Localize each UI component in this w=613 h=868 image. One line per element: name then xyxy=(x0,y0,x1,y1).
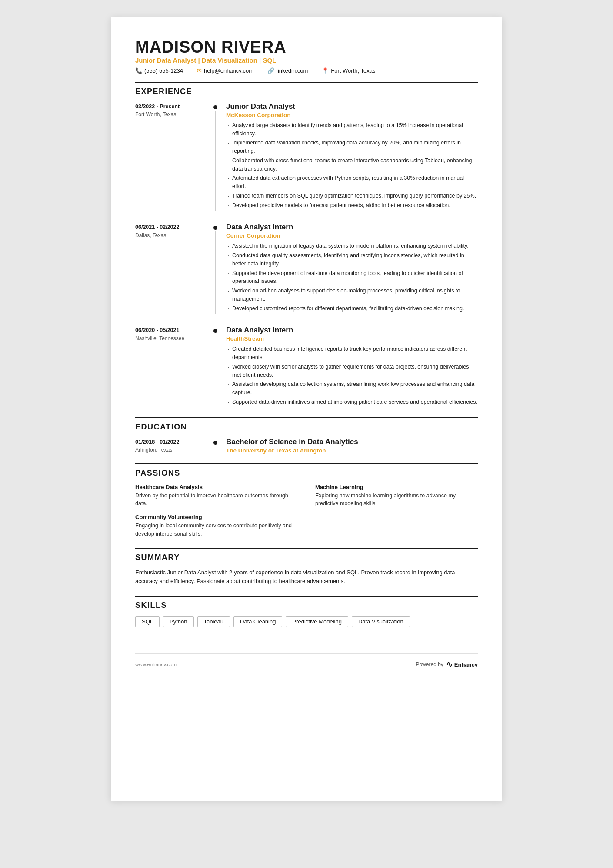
experience-section: EXPERIENCE 03/2022 - Present Fort Worth,… xyxy=(135,82,478,408)
exp-company: Cerner Corporation xyxy=(226,232,478,239)
education-item: 01/2018 - 01/2022 Arlington, Texas Bache… xyxy=(135,438,478,454)
exp-location: Dallas, Texas xyxy=(135,232,207,238)
exp-job-title: Data Analyst Intern xyxy=(226,326,478,335)
exp-dot xyxy=(213,105,217,109)
exp-dot xyxy=(213,329,217,333)
exp-location: Fort Worth, Texas xyxy=(135,111,207,117)
edu-degree: Bachelor of Science in Data Analytics xyxy=(226,438,478,446)
exp-bullet: Analyzed large datasets to identify tren… xyxy=(226,121,478,138)
resume-page: MADISON RIVERA Junior Data Analyst | Dat… xyxy=(111,17,502,801)
experience-title: EXPERIENCE xyxy=(135,87,478,96)
linkedin-contact: 🔗 linkedin.com xyxy=(267,67,308,74)
exp-bullet: Worked on ad-hoc analyses to support dec… xyxy=(226,287,478,303)
experience-item: 03/2022 - Present Fort Worth, Texas Juni… xyxy=(135,102,478,211)
summary-title: SUMMARY xyxy=(135,553,478,562)
passion-item: Machine Learning Exploring new machine l… xyxy=(315,484,478,508)
exp-right: Data Analyst Intern Cerner Corporation A… xyxy=(219,223,478,314)
email-address: help@enhancv.com xyxy=(204,67,253,74)
phone-contact: 📞 (555) 555-1234 xyxy=(135,67,183,74)
linkedin-url: linkedin.com xyxy=(277,67,308,74)
contact-info: 📞 (555) 555-1234 ✉ help@enhancv.com 🔗 li… xyxy=(135,67,478,74)
exp-left: 06/2020 - 05/2021 Nashville, Tennessee xyxy=(135,326,211,407)
exp-left: 03/2022 - Present Fort Worth, Texas xyxy=(135,102,211,211)
edu-location: Arlington, Texas xyxy=(135,447,207,453)
exp-right: Junior Data Analyst McKesson Corporation… xyxy=(219,102,478,211)
phone-number: (555) 555-1234 xyxy=(144,67,183,74)
passion-description: Exploring new machine learning algorithm… xyxy=(315,492,478,508)
education-section: EDUCATION 01/2018 - 01/2022 Arlington, T… xyxy=(135,417,478,454)
experience-list: 03/2022 - Present Fort Worth, Texas Juni… xyxy=(135,102,478,408)
footer-website: www.enhancv.com xyxy=(135,662,177,667)
exp-location: Nashville, Tennessee xyxy=(135,335,207,342)
location-icon: 📍 xyxy=(322,67,329,74)
passion-title: Machine Learning xyxy=(315,484,478,490)
resume-header: MADISON RIVERA Junior Data Analyst | Dat… xyxy=(135,38,478,74)
exp-bullet: Implemented data validation checks, impr… xyxy=(226,139,478,155)
skill-tag: SQL xyxy=(135,616,160,627)
summary-text: Enthusiastic Junior Data Analyst with 2 … xyxy=(135,568,478,586)
exp-bullet: Developed customized reports for differe… xyxy=(226,305,478,313)
skill-tag: Predictive Modeling xyxy=(286,616,348,627)
exp-bullet: Supported data-driven initiatives aimed … xyxy=(226,398,478,406)
exp-left: 06/2021 - 02/2022 Dallas, Texas xyxy=(135,223,211,314)
skills-title: SKILLS xyxy=(135,601,478,610)
exp-dot xyxy=(213,226,217,230)
skill-tag: Data Visualization xyxy=(352,616,410,627)
phone-icon: 📞 xyxy=(135,67,142,74)
exp-bullet: Trained team members on SQL query optimi… xyxy=(226,192,478,200)
page-footer: www.enhancv.com Powered by ∿ Enhancv xyxy=(135,653,478,669)
passion-item: Community Volunteering Engaging in local… xyxy=(135,514,298,538)
edu-date: 01/2018 - 01/2022 xyxy=(135,439,207,446)
skill-tag: Data Cleaning xyxy=(233,616,282,627)
exp-bullets: Created detailed business intelligence r… xyxy=(226,345,478,406)
exp-bullet: Collaborated with cross-functional teams… xyxy=(226,157,478,173)
summary-section: SUMMARY Enthusiastic Junior Data Analyst… xyxy=(135,548,478,586)
candidate-subtitle: Junior Data Analyst | Data Visualization… xyxy=(135,57,478,64)
edu-left: 01/2018 - 01/2022 Arlington, Texas xyxy=(135,438,211,454)
exp-bullet: Assisted in the migration of legacy data… xyxy=(226,242,478,250)
skill-tag: Tableau xyxy=(197,616,230,627)
passions-section: PASSIONS Healthcare Data Analysis Driven… xyxy=(135,463,478,538)
exp-bullet: Assisted in developing data collection s… xyxy=(226,380,478,397)
candidate-name: MADISON RIVERA xyxy=(135,38,478,57)
enhancv-logo: ∿ Enhancv xyxy=(446,660,478,669)
experience-item: 06/2021 - 02/2022 Dallas, Texas Data Ana… xyxy=(135,223,478,314)
email-contact: ✉ help@enhancv.com xyxy=(197,67,253,74)
exp-bullet: Automated data extraction processes with… xyxy=(226,174,478,191)
linkedin-icon: 🔗 xyxy=(267,67,274,74)
passions-grid: Healthcare Data Analysis Driven by the p… xyxy=(135,484,478,538)
education-divider xyxy=(135,417,478,418)
passion-item: Healthcare Data Analysis Driven by the p… xyxy=(135,484,298,508)
exp-job-title: Data Analyst Intern xyxy=(226,223,478,231)
experience-divider xyxy=(135,82,478,83)
skills-row: SQLPythonTableauData CleaningPredictive … xyxy=(135,616,478,627)
exp-bullet: Developed predictive models to forecast … xyxy=(226,201,478,210)
exp-bullet: Conducted data quality assessments, iden… xyxy=(226,251,478,268)
email-icon: ✉ xyxy=(197,67,202,74)
passion-description: Engaging in local community services to … xyxy=(135,522,298,538)
powered-by-text: Powered by xyxy=(416,661,443,667)
experience-item: 06/2020 - 05/2021 Nashville, Tennessee D… xyxy=(135,326,478,407)
passion-title: Community Volunteering xyxy=(135,514,298,520)
passions-title: PASSIONS xyxy=(135,469,478,478)
edu-school: The University of Texas at Arlington xyxy=(226,447,478,454)
edu-dot xyxy=(213,441,217,445)
exp-date: 06/2020 - 05/2021 xyxy=(135,327,207,335)
exp-line xyxy=(215,111,216,211)
skills-section: SKILLS SQLPythonTableauData CleaningPred… xyxy=(135,596,478,627)
exp-bullet: Supported the development of real-time d… xyxy=(226,269,478,286)
exp-date: 06/2021 - 02/2022 xyxy=(135,224,207,231)
education-list: 01/2018 - 01/2022 Arlington, Texas Bache… xyxy=(135,438,478,454)
exp-job-title: Junior Data Analyst xyxy=(226,102,478,111)
exp-bullet: Worked closely with senior analysts to g… xyxy=(226,363,478,379)
enhancv-brand-name: Enhancv xyxy=(454,661,478,668)
exp-bullets: Assisted in the migration of legacy data… xyxy=(226,242,478,312)
summary-divider xyxy=(135,548,478,549)
exp-company: HealthStream xyxy=(226,335,478,342)
skill-tag: Python xyxy=(163,616,193,627)
exp-line xyxy=(215,231,216,314)
passions-divider xyxy=(135,463,478,464)
exp-dot-line xyxy=(211,223,219,314)
enhancv-wave-icon: ∿ xyxy=(446,660,453,669)
exp-date: 03/2022 - Present xyxy=(135,103,207,111)
